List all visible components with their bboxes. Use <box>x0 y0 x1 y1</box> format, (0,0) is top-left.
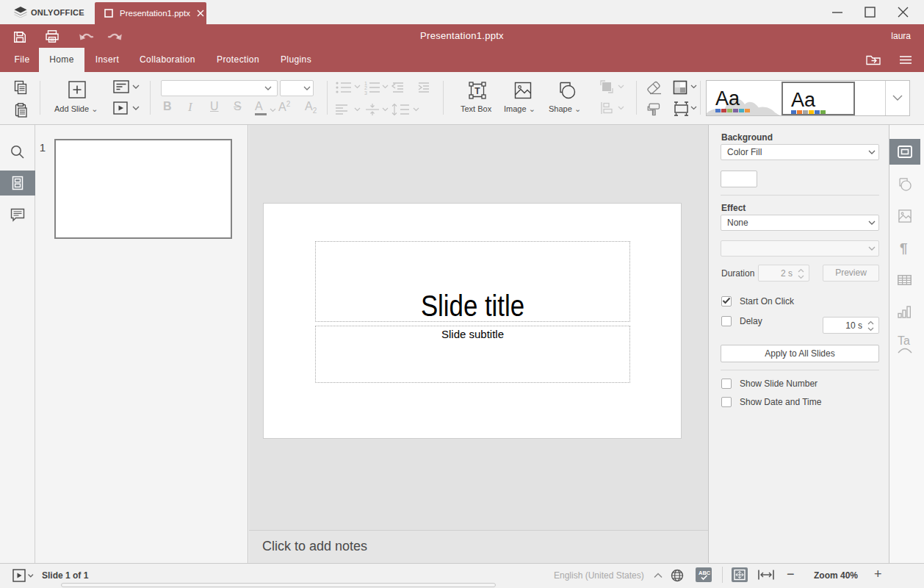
svg-text:ABC: ABC <box>699 570 711 576</box>
svg-text:Aa: Aa <box>791 89 816 111</box>
svg-text:T: T <box>474 86 480 96</box>
svg-text:Aa: Aa <box>715 87 740 110</box>
svg-text:3: 3 <box>364 90 367 96</box>
